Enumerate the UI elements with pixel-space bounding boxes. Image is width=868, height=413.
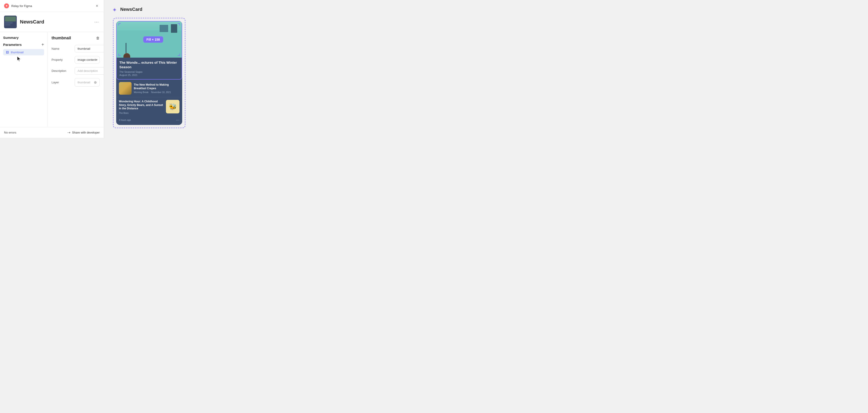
left-panel: ♥ Relay for Figma × NewsCard ⋯ Summary P… [0,0,104,138]
small-article-1-headline: The New Method to Making Breakfast Crepe… [134,83,180,90]
param-thumbnail-item[interactable]: 🖼 thumbnail [3,49,44,55]
facade-window-1 [160,25,168,32]
share-button[interactable]: ⇢ Share with developer [67,130,100,135]
app-icon: ♥ [4,3,9,8]
name-label: Name [52,47,72,51]
description-input[interactable] [74,67,104,74]
crepe-image [119,82,131,95]
detail-title: thumbnail [52,36,71,40]
property-select[interactable]: image-content text-content visibility [74,56,100,63]
app-name: Relay for Figma [11,4,32,8]
panel-body: Summary Parameters + 🖼 thumbnail thumbna… [0,32,104,127]
featured-article: Fill × 158 The Wonde... ectures of This … [116,21,182,80]
bee-thumbnail: 🐝 [166,100,180,114]
thumb-bar-bot [5,24,10,26]
param-thumbnail-label: thumbnail [11,51,24,54]
more-button[interactable]: ⋯ [93,18,100,26]
name-input[interactable] [74,45,104,53]
small-article-1-source: Morning Break [134,91,149,94]
layer-label: Layer [52,81,72,84]
component-row: NewsCard ⋯ [0,12,104,32]
params-header: Parameters + [3,42,44,47]
component-thumbnail [4,15,17,28]
corner-handle-tr [178,23,180,26]
thumb-bar-mid [5,22,13,24]
small-article-1-text: The New Method to Making Breakfast Crepe… [134,83,180,94]
small-article-1: The New Method to Making Breakfast Crepe… [116,80,182,97]
news-card-container: Fill × 158 The Wonde... ectures of This … [113,18,185,128]
third-footer: 4 hours ago ⋯ [119,118,180,122]
delete-button[interactable]: 🗑 [96,36,100,40]
thumb-bar-top [5,17,16,22]
right-panel: ◈ NewsCard [104,0,289,138]
third-text: Wondering Hour: A Childhood Story, Grizz… [119,100,164,117]
detail-col: thumbnail 🗑 Name Property image-content … [48,32,104,127]
crepes-thumbnail [119,82,131,95]
featured-date: August 25, 2021 [119,74,179,76]
featured-text: The Wonde... ectures of This Winter Seas… [117,58,182,79]
lamp-post [126,43,126,53]
close-button[interactable]: × [94,3,100,8]
layer-field-row: Layer thumbnail ⊕ [52,78,100,87]
add-param-button[interactable]: + [41,42,44,47]
news-card-inner: Fill × 158 The Wonde... ectures of This … [116,21,182,125]
panel-footer: No errors ⇢ Share with developer [0,127,104,138]
small-article-1-date: November 10, 2021 [151,91,171,94]
layer-value: thumbnail [78,81,90,84]
detail-header: thumbnail 🗑 [52,36,100,40]
parameters-label: Parameters [3,43,22,46]
featured-source: The Seasonal Sagas [119,70,179,73]
header-left: ♥ Relay for Figma [4,3,32,8]
fill-badge: Fill × 158 [143,36,163,43]
featured-image: Fill × 158 [117,22,182,58]
property-label: Property [52,58,72,61]
sidebar-col: Summary Parameters + 🖼 thumbnail [0,32,48,127]
name-field-row: Name [52,45,100,53]
layer-wrap: thumbnail ⊕ [74,78,100,87]
cursor-arrow-icon [17,56,21,62]
third-headline: Wondering Hour: A Childhood Story, Grizz… [119,100,164,110]
property-select-wrap: image-content text-content visibility ▾ [74,56,100,63]
third-source: The Bees [119,112,164,114]
small-article-1-meta: Morning Break November 10, 2021 [134,91,180,94]
description-field-row: Description [52,67,100,74]
corner-handle-tl [119,23,121,26]
property-field-row: Property image-content text-content visi… [52,56,100,63]
corner-handle-bl [119,54,121,56]
target-icon[interactable]: ⊕ [94,80,97,85]
featured-headline: The Wonde... ectures of This Winter Seas… [119,60,179,69]
panel-header: ♥ Relay for Figma × [0,0,104,12]
bee-icon: 🐝 [169,103,177,110]
preview-title-row: ◈ NewsCard [113,7,280,12]
image-icon: 🖼 [5,51,9,54]
facade-window-2 [171,24,177,33]
share-icon: ⇢ [67,130,70,135]
preview-title: NewsCard [120,7,143,12]
third-article: Wondering Hour: A Childhood Story, Grizz… [116,97,182,125]
diamond-icon: ◈ [113,7,118,12]
summary-label: Summary [3,36,44,39]
no-errors-text: No errors [4,131,16,134]
component-name: NewsCard [20,19,90,25]
third-time: 4 hours ago [119,119,131,121]
corner-handle-br [178,54,180,56]
more-options-button[interactable]: ⋯ [176,118,180,122]
share-label: Share with developer [72,131,100,134]
third-inner: Wondering Hour: A Childhood Story, Grizz… [119,100,180,117]
description-label: Description [52,69,72,72]
